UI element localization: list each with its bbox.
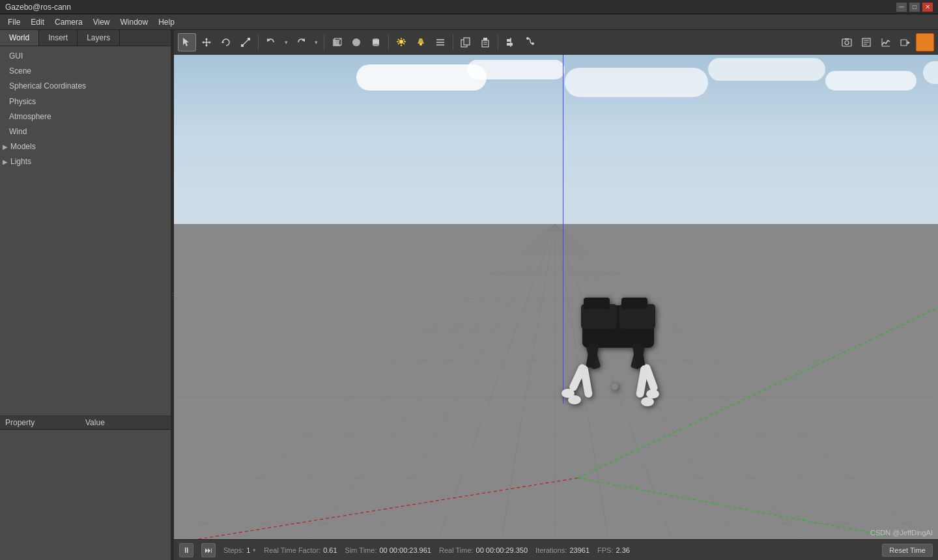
plot-button[interactable] bbox=[877, 33, 895, 51]
undo-dropdown-button[interactable]: ▾ bbox=[281, 33, 291, 51]
svg-marker-57 bbox=[907, 41, 910, 44]
simtime-item: Sim Time: 00 00:00:23.961 bbox=[345, 546, 431, 554]
log-button[interactable] bbox=[857, 33, 875, 51]
lights-arrow-icon: ▶ bbox=[3, 157, 8, 167]
tree-item-wind[interactable]: Wind bbox=[0, 124, 171, 139]
tab-bar: World Insert Layers bbox=[0, 30, 171, 46]
minimize-button[interactable]: ─ bbox=[896, 3, 907, 12]
steps-dropdown-icon[interactable]: ▾ bbox=[253, 547, 256, 553]
menu-window[interactable]: Window bbox=[115, 16, 154, 28]
tab-world[interactable]: World bbox=[0, 30, 39, 46]
svg-rect-49 bbox=[845, 38, 849, 40]
reset-time-button[interactable]: Reset Time bbox=[882, 544, 933, 557]
copy-icon bbox=[461, 37, 471, 48]
redo-dropdown-button[interactable]: ▾ bbox=[311, 33, 320, 51]
window-controls: ─ □ ✕ bbox=[896, 3, 933, 12]
app-title: Gazebo@ros-cann bbox=[5, 3, 71, 12]
titlebar: Gazebo@ros-cann ─ □ ✕ bbox=[0, 0, 938, 14]
undo-button[interactable] bbox=[262, 33, 280, 51]
fps-value: 2.36 bbox=[616, 546, 629, 554]
screenshot-icon bbox=[842, 37, 852, 48]
svg-point-102 bbox=[612, 384, 618, 390]
svg-line-30 bbox=[403, 43, 405, 44]
cloud-5 bbox=[825, 71, 917, 91]
align-button[interactable] bbox=[502, 33, 520, 51]
value-col-label: Value bbox=[85, 418, 165, 427]
rtf-label: Real Time Factor: bbox=[264, 546, 320, 554]
svg-point-21 bbox=[373, 44, 379, 46]
steps-item: Steps: 1 ▾ bbox=[223, 546, 256, 554]
close-button[interactable]: ✕ bbox=[922, 3, 933, 12]
paste-button[interactable] bbox=[476, 33, 494, 51]
svg-marker-31 bbox=[418, 38, 424, 44]
simtime-label: Sim Time: bbox=[345, 546, 377, 554]
cylinder-button[interactable] bbox=[367, 33, 385, 51]
svg-marker-6 bbox=[209, 41, 211, 44]
svg-point-46 bbox=[532, 42, 534, 45]
orange-tool-button[interactable] bbox=[916, 33, 934, 51]
redo-icon bbox=[296, 37, 306, 48]
rotate-tool-button[interactable] bbox=[217, 33, 235, 51]
tree-item-lights[interactable]: ▶ Lights bbox=[0, 154, 171, 169]
tree-panel: GUI Scene Spherical Coordinates Physics … bbox=[0, 46, 171, 415]
svg-line-29 bbox=[398, 43, 399, 44]
undo-icon bbox=[266, 37, 276, 48]
spot-light-icon bbox=[416, 37, 426, 48]
svg-rect-47 bbox=[842, 39, 851, 46]
align-icon bbox=[505, 37, 516, 48]
step-icon: ⏭ bbox=[205, 546, 212, 555]
menu-view[interactable]: View bbox=[88, 16, 115, 28]
iterations-value: 23961 bbox=[569, 546, 590, 554]
box-icon bbox=[332, 37, 342, 48]
copy-button[interactable] bbox=[457, 33, 475, 51]
menu-camera[interactable]: Camera bbox=[50, 16, 88, 28]
screenshot-button[interactable] bbox=[838, 33, 856, 51]
box-button[interactable] bbox=[328, 33, 346, 51]
svg-line-28 bbox=[403, 39, 405, 40]
toolbar-separator-1 bbox=[258, 35, 259, 50]
point-light-button[interactable] bbox=[392, 33, 410, 51]
svg-rect-39 bbox=[483, 38, 487, 40]
sphere-button[interactable] bbox=[347, 33, 365, 51]
toolbar-separator-3 bbox=[388, 35, 389, 50]
simtime-value: 00 00:00:23.961 bbox=[379, 546, 431, 554]
robot-model[interactable] bbox=[537, 273, 693, 418]
property-header: Property Value bbox=[0, 416, 171, 430]
spot-light-button[interactable] bbox=[412, 33, 430, 51]
tab-insert[interactable]: Insert bbox=[39, 30, 78, 46]
svg-point-98 bbox=[568, 395, 581, 404]
step-button[interactable]: ⏭ bbox=[201, 543, 216, 557]
tree-item-spherical-coords[interactable]: Spherical Coordinates bbox=[0, 79, 171, 94]
main-layout: World Insert Layers GUI Scene Spherical … bbox=[0, 30, 938, 560]
svg-marker-5 bbox=[202, 41, 204, 44]
tree-item-models[interactable]: ▶ Models bbox=[0, 139, 171, 154]
tree-item-scene[interactable]: Scene bbox=[0, 64, 171, 79]
menu-edit[interactable]: Edit bbox=[25, 16, 50, 28]
svg-rect-56 bbox=[901, 40, 907, 46]
dir-light-button[interactable] bbox=[431, 33, 449, 51]
tree-item-physics[interactable]: Physics bbox=[0, 94, 171, 109]
realtime-value: 00 00:00:29.350 bbox=[476, 546, 528, 554]
steps-value: 1 bbox=[246, 546, 250, 554]
translate-icon bbox=[201, 37, 212, 48]
svg-point-101 bbox=[641, 397, 654, 406]
tab-layers[interactable]: Layers bbox=[78, 30, 120, 46]
select-tool-button[interactable] bbox=[178, 33, 196, 51]
pause-button[interactable]: ⏸ bbox=[179, 543, 193, 557]
svg-marker-4 bbox=[205, 45, 208, 47]
translate-tool-button[interactable] bbox=[197, 33, 216, 51]
tree-item-gui[interactable]: GUI bbox=[0, 49, 171, 64]
tree-item-atmosphere[interactable]: Atmosphere bbox=[0, 109, 171, 124]
menu-help[interactable]: Help bbox=[153, 16, 180, 28]
record-button[interactable] bbox=[896, 33, 915, 51]
3d-viewport[interactable]: CSDN @JeffDingAI bbox=[174, 55, 938, 539]
scale-tool-button[interactable] bbox=[236, 33, 255, 51]
snap-button[interactable] bbox=[521, 33, 539, 51]
maximize-button[interactable]: □ bbox=[909, 3, 920, 12]
redo-button[interactable] bbox=[292, 33, 310, 51]
iterations-item: Iterations: 23961 bbox=[535, 546, 590, 554]
menu-file[interactable]: File bbox=[3, 16, 25, 28]
svg-rect-44 bbox=[507, 43, 513, 46]
cylinder-icon bbox=[371, 37, 381, 48]
toolbar-separator-2 bbox=[324, 35, 324, 50]
